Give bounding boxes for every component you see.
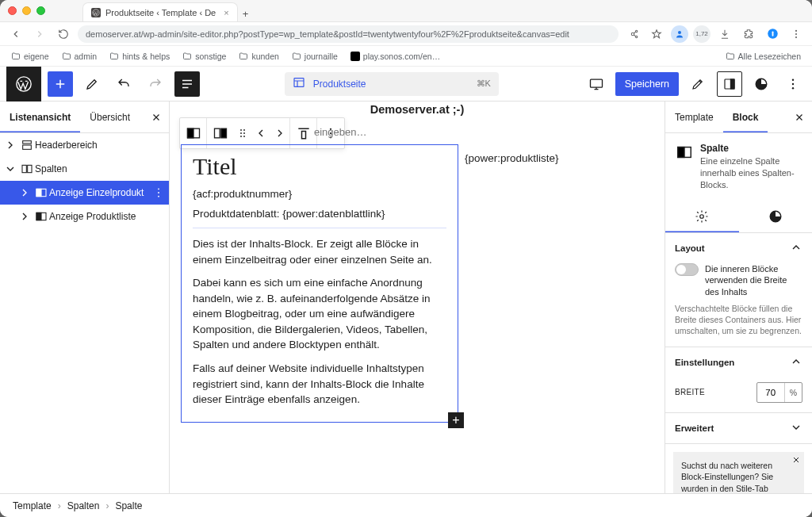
svg-rect-23: [36, 189, 41, 196]
chevron-right-icon: ›: [58, 500, 61, 511]
bookmark-folder[interactable]: kunden: [234, 49, 283, 63]
width-input[interactable]: [757, 388, 784, 397]
post-title[interactable]: Titel: [193, 153, 446, 180]
toggle-label: Die inneren Blöcke verwenden die Breite …: [705, 263, 802, 299]
nav-back-button[interactable]: [6, 25, 25, 44]
svg-point-44: [700, 214, 704, 218]
close-tab-icon[interactable]: ×: [224, 8, 228, 17]
block-inspector-toggle[interactable]: [717, 71, 742, 97]
crumb-column[interactable]: Spalte: [115, 500, 142, 511]
all-bookmarks-button[interactable]: Alle Lesezeichen: [721, 49, 806, 63]
block-name: Spalte: [700, 143, 802, 154]
svg-rect-18: [23, 141, 32, 144]
editor-topbar: Produktseite ⌘K Speichern: [0, 67, 812, 101]
svg-point-25: [158, 192, 159, 193]
svg-rect-11: [294, 79, 304, 87]
star-button[interactable]: [647, 25, 666, 44]
nav-reload-button[interactable]: [54, 25, 73, 44]
section-advanced-toggle[interactable]: Erweitert: [665, 413, 812, 443]
wp-logo-button[interactable]: [6, 67, 41, 101]
chevron-down-icon: [2, 163, 19, 175]
listview-toggle-button[interactable]: [174, 71, 200, 97]
view-desktop-button[interactable]: [584, 71, 609, 97]
post-content-block[interactable]: Dies ist der Inhalts-Block. Er zeigt all…: [193, 228, 446, 408]
notice-dismiss-button[interactable]: [791, 455, 801, 468]
browser-tab[interactable]: Produktseite ‹ Template ‹ De ×: [82, 2, 238, 21]
traffic-close[interactable]: [8, 6, 17, 15]
traffic-zoom[interactable]: [36, 6, 45, 15]
editor-canvas[interactable]: Demoserver.at ;-) eingeben…: [170, 101, 665, 493]
column-block-icon: [33, 185, 49, 201]
section-layout-toggle[interactable]: Layout: [665, 233, 812, 263]
row-options-icon[interactable]: [148, 186, 169, 199]
section-settings-toggle[interactable]: Einstellungen: [665, 347, 812, 377]
chevron-right-icon: [2, 139, 19, 151]
block-inspector: Template Block Spalte Eine einzelne Spal…: [665, 101, 812, 493]
tab-uebersicht[interactable]: Übersicht: [80, 101, 140, 132]
column-block-icon: [33, 209, 49, 224]
bookmark-folder[interactable]: admin: [57, 49, 102, 63]
bookmark-item[interactable]: play.sonos.com/en…: [346, 49, 445, 63]
tree-item-columns[interactable]: Spalten: [0, 157, 169, 181]
datasheet-line[interactable]: Produktdatenblatt: {power:datenblattlink…: [193, 208, 446, 220]
tab-listenansicht[interactable]: Listenansicht: [0, 101, 80, 132]
chevron-down-icon: [790, 421, 802, 435]
redo-button[interactable]: [143, 71, 168, 97]
listview-close-button[interactable]: [147, 108, 166, 127]
selected-column-block[interactable]: Titel {acf:produktnummer} Produktdatenbl…: [181, 144, 458, 423]
tab-template[interactable]: Template: [665, 101, 723, 132]
document-title-button[interactable]: Produktseite ⌘K: [285, 72, 499, 96]
bookmark-folder[interactable]: hints & helps: [105, 49, 174, 63]
browser-toolbar: demoserver.at/wp-admin/site-editor.php?p…: [0, 22, 812, 46]
extensions-button[interactable]: [739, 25, 758, 44]
traffic-minimize[interactable]: [22, 6, 31, 15]
bookmark-folder[interactable]: eigene: [6, 49, 54, 63]
save-button[interactable]: Speichern: [615, 72, 679, 96]
header-block-icon: [19, 137, 35, 153]
tree-label: Anzeige Produktliste: [49, 211, 136, 222]
nav-placeholder[interactable]: eingeben…: [314, 122, 653, 141]
svg-rect-28: [36, 213, 41, 220]
styles-button[interactable]: [749, 71, 774, 97]
tab-block[interactable]: Block: [723, 101, 768, 132]
tools-edit-button[interactable]: [79, 71, 105, 97]
inspector-close-button[interactable]: [790, 108, 809, 127]
share-button[interactable]: [623, 25, 642, 44]
width-label: BREITE: [675, 388, 705, 396]
tree-item-header[interactable]: Headerbereich: [0, 133, 169, 157]
svg-rect-21: [28, 165, 32, 172]
undo-button[interactable]: [111, 71, 136, 97]
options-menu-button[interactable]: [780, 71, 806, 97]
svg-point-17: [792, 87, 794, 89]
profile-chip[interactable]: [671, 25, 688, 43]
new-tab-button[interactable]: +: [238, 6, 254, 21]
svg-rect-14: [731, 79, 735, 89]
bookmark-folder[interactable]: journaille: [287, 49, 343, 63]
inner-width-toggle[interactable]: [675, 263, 699, 276]
crumb-columns[interactable]: Spalten: [67, 500, 100, 511]
content-paragraph: Falls auf deiner Website individuelle In…: [193, 361, 446, 408]
block-description: Eine einzelne Spalte innerhalb eines Spa…: [700, 155, 802, 191]
acf-shortcode[interactable]: {acf:produktnummer}: [193, 188, 446, 200]
nav-forward-button[interactable]: [30, 25, 49, 44]
inserter-toggle-button[interactable]: [48, 71, 73, 97]
bookmark-folder[interactable]: sonstige: [178, 49, 231, 63]
productlist-column[interactable]: {power:produktliste}: [465, 144, 559, 164]
settings-tab-icon[interactable]: [665, 201, 739, 232]
url-bar[interactable]: demoserver.at/wp-admin/site-editor.php?p…: [78, 25, 619, 43]
settings-sidebar-button[interactable]: [685, 71, 710, 97]
tree-label: Spalten: [35, 163, 67, 174]
onepassword-button[interactable]: [763, 25, 782, 44]
tree-item-product-list[interactable]: Anzeige Produktliste: [0, 205, 169, 228]
styles-tab-icon[interactable]: [739, 201, 813, 232]
column-block-icon: [675, 143, 694, 162]
svg-point-16: [792, 82, 794, 84]
crumb-template[interactable]: Template: [13, 500, 52, 511]
ext-badge[interactable]: 1,72: [693, 25, 710, 43]
download-button[interactable]: [715, 25, 734, 44]
chevron-up-icon: [790, 355, 802, 370]
chrome-menu-button[interactable]: [787, 25, 806, 44]
width-unit-select[interactable]: %: [784, 383, 802, 402]
tree-item-single-product[interactable]: Anzeige Einzelprodukt: [0, 181, 169, 205]
block-appender-button[interactable]: +: [448, 412, 464, 428]
